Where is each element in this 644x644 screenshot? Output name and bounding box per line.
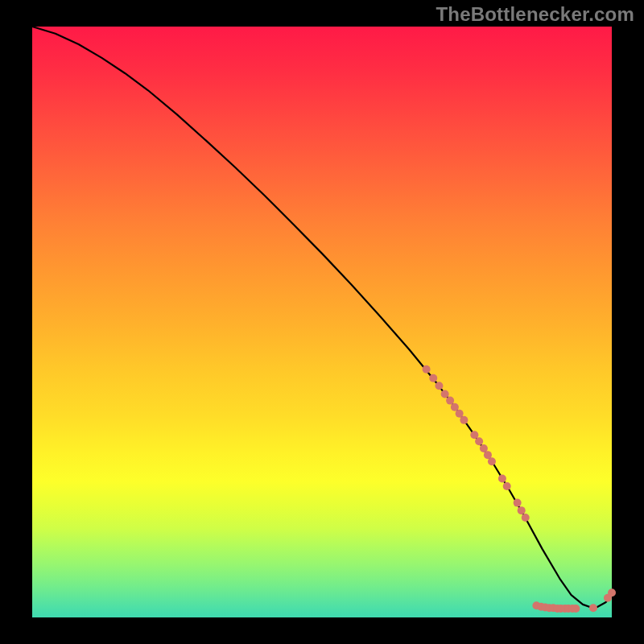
curve-marker <box>514 499 522 507</box>
curve-marker <box>456 410 464 418</box>
curve-marker <box>470 431 478 439</box>
curve-marker <box>429 374 437 382</box>
curve-marker <box>441 390 449 398</box>
curve-markers <box>423 365 616 613</box>
curve-marker <box>446 397 454 405</box>
curve-marker <box>589 604 597 612</box>
curve-marker <box>423 365 431 374</box>
curve-marker <box>522 514 530 522</box>
curve-marker <box>435 382 443 390</box>
curve-marker <box>503 482 511 490</box>
curve-marker <box>460 416 468 424</box>
curve-marker <box>608 588 616 597</box>
watermark-label: TheBottlenecker.com <box>436 3 634 26</box>
curve-marker <box>572 605 580 613</box>
chart-frame: TheBottlenecker.com <box>0 0 644 644</box>
plot-area <box>32 27 612 617</box>
curve-marker <box>498 475 506 483</box>
chart-svg <box>32 27 612 617</box>
curve-marker <box>475 437 483 445</box>
curve-marker <box>451 403 459 411</box>
curve-marker <box>518 506 526 514</box>
curve-marker <box>488 457 496 465</box>
